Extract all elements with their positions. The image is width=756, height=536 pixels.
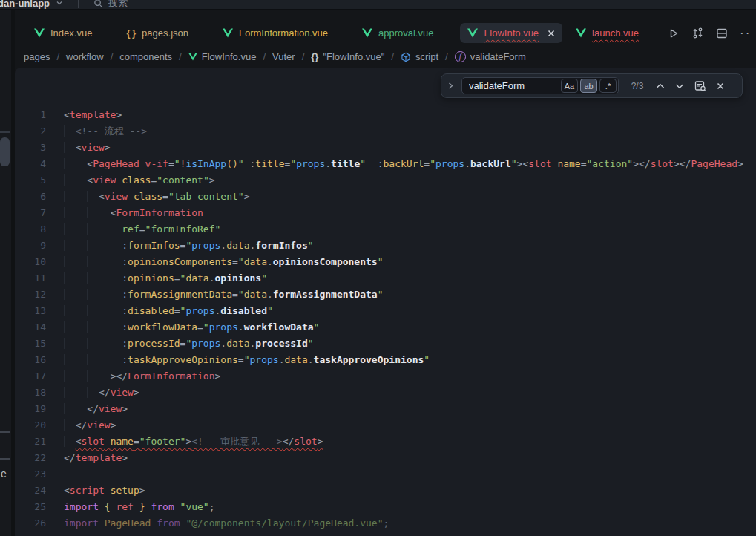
- indent-guide: [111, 305, 122, 316]
- breadcrumb-separator: /: [56, 51, 59, 62]
- panel-edge-dash: [0, 458, 10, 460]
- tab-label: launch.vue: [592, 27, 639, 39]
- breadcrumb-script[interactable]: script: [401, 51, 438, 62]
- code-line[interactable]: 16 :taskApproveOpinions="props.data.task…: [15, 352, 756, 368]
- code-line[interactable]: 12 :formAssignmentData="data.formAssignm…: [15, 287, 756, 303]
- indent-guide: [111, 338, 122, 349]
- panel-resize-handle[interactable]: [0, 137, 10, 166]
- indent-guide: [64, 403, 76, 414]
- run-icon[interactable]: [668, 27, 680, 39]
- previous-match-icon[interactable]: [656, 83, 665, 89]
- tab-launch-vue[interactable]: launch.vue: [568, 23, 646, 43]
- indent-guide: [111, 272, 122, 284]
- braces-icon: {}: [311, 51, 318, 62]
- global-search[interactable]: 搜索: [93, 0, 128, 10]
- indent-guide: [99, 305, 111, 316]
- compare-changes-icon[interactable]: [691, 27, 704, 39]
- code-line[interactable]: 26import PageHead from "@/components/lay…: [15, 515, 756, 532]
- code-line[interactable]: 4 <PageHead v-if="!isInApp()" :title="pr…: [15, 156, 756, 172]
- line-number: 20: [15, 417, 64, 434]
- indent-guide: [76, 223, 88, 235]
- line-number: 10: [15, 254, 64, 270]
- breadcrumb-separator: /: [263, 51, 266, 62]
- code-line[interactable]: 3 <view>: [15, 140, 756, 156]
- breadcrumb-vuter[interactable]: Vuter: [272, 51, 295, 62]
- vue-icon: [362, 28, 372, 38]
- tab-flowinfo-vue[interactable]: FlowInfo.vue: [460, 23, 562, 43]
- code-line[interactable]: 13 :disabled="props.disabled": [15, 303, 756, 319]
- code-line[interactable]: 8 ref="formInfoRef": [15, 221, 756, 238]
- line-number: 4: [15, 156, 64, 172]
- indent-guide: [87, 240, 99, 251]
- line-number: 24: [15, 483, 64, 499]
- code-line[interactable]: 25import { ref } from "vue";: [15, 499, 756, 515]
- line-number: 16: [15, 352, 64, 368]
- line-number: 14: [15, 319, 64, 336]
- line-number: 25: [15, 499, 64, 515]
- tab-forminformation-vue[interactable]: FormInformation.vue: [215, 23, 335, 43]
- code-line[interactable]: 18 </view>: [15, 385, 756, 401]
- indent-guide: [76, 370, 88, 382]
- code-line[interactable]: 9 :formInfos="props.data.formInfos": [15, 238, 756, 254]
- code-line[interactable]: 24<script setup>: [15, 483, 756, 499]
- toggle-replace-icon[interactable]: [447, 82, 454, 90]
- code-line[interactable]: 1<template>: [15, 107, 756, 123]
- vue-icon: [188, 53, 197, 61]
- more-actions-icon[interactable]: ···: [740, 26, 750, 41]
- breadcrumb-flowinfo-symbol[interactable]: {} "FlowInfo.vue": [311, 51, 384, 62]
- code-line[interactable]: 17 ></FormInformation>: [15, 368, 756, 385]
- line-number: 26: [15, 515, 64, 532]
- breadcrumb-pages[interactable]: pages: [24, 51, 50, 62]
- breadcrumb-components[interactable]: components: [119, 51, 172, 62]
- code-line[interactable]: 15 :processId="props.data.processId": [15, 336, 756, 352]
- tab-pages-json[interactable]: { } pages.json: [119, 23, 196, 43]
- code-area[interactable]: 1<template>2 <!-- 流程 -->3 <view>4 <PageH…: [15, 68, 756, 532]
- left-panel-edge: e: [0, 10, 11, 536]
- whole-word-button[interactable]: ab: [580, 79, 597, 93]
- line-number: 11: [15, 270, 64, 287]
- code-line[interactable]: 20 </view>: [15, 417, 756, 434]
- module-icon: [401, 52, 411, 62]
- indent-guide: [87, 354, 99, 365]
- tab-bar: Index.vue { } pages.json FormInformation…: [15, 10, 756, 46]
- code-line[interactable]: 19 </view>: [15, 401, 756, 417]
- match-case-button[interactable]: Aa: [561, 79, 578, 93]
- indent-guide: [64, 387, 76, 398]
- code-line[interactable]: 2 <!-- 流程 -->: [15, 123, 756, 140]
- indent-guide: [87, 272, 99, 284]
- indent-guide: [76, 207, 88, 218]
- code-line[interactable]: 7 <FormInformation: [15, 205, 756, 221]
- indent-guide: [87, 223, 99, 235]
- breadcrumb-workflow[interactable]: workflow: [66, 51, 104, 62]
- clipped-panel-text: e: [1, 468, 7, 480]
- chevron-down-icon[interactable]: [56, 0, 63, 7]
- indent-guide: [111, 321, 122, 333]
- tab-approval-vue[interactable]: approval.vue: [355, 23, 441, 43]
- line-number: 15: [15, 336, 64, 352]
- indent-guide: [99, 207, 111, 218]
- project-selector[interactable]: dan-uniapp: [0, 0, 50, 9]
- next-match-icon[interactable]: [675, 83, 684, 89]
- code-line[interactable]: 5 <view class="content">: [15, 172, 756, 189]
- regex-button[interactable]: .*: [599, 79, 617, 93]
- breadcrumb-separator: /: [445, 51, 448, 62]
- code-line[interactable]: 22</template>: [15, 450, 756, 466]
- code-line[interactable]: 10 :opinionsComponents="data.opinionsCom…: [15, 254, 756, 270]
- code-line[interactable]: 23: [15, 466, 756, 483]
- tab-index-vue[interactable]: Index.vue: [27, 23, 99, 43]
- breadcrumb-flowinfo-file[interactable]: FlowInfo.vue: [188, 51, 257, 62]
- code-line[interactable]: 6 <view class="tab-content">: [15, 189, 756, 205]
- breadcrumb-validateform[interactable]: f validateForm: [455, 51, 526, 62]
- find-in-selection-icon[interactable]: [694, 80, 706, 92]
- indent-guide: [87, 191, 99, 202]
- split-editor-icon[interactable]: [716, 27, 728, 39]
- code-line[interactable]: 14 :workflowData="props.workflowData": [15, 319, 756, 336]
- code-line[interactable]: 11 :opinions="data.opinions": [15, 270, 756, 287]
- code-line[interactable]: 21 <slot name="footer"><!-- 审批意见 --></sl…: [15, 434, 756, 450]
- indent-guide: [64, 354, 76, 365]
- close-find-icon[interactable]: [717, 82, 724, 90]
- editor-actions: ···: [668, 26, 750, 41]
- editor[interactable]: Aa ab .* ?/3: [15, 68, 756, 536]
- indent-guide: [99, 289, 111, 300]
- tab-close-icon[interactable]: [548, 30, 555, 37]
